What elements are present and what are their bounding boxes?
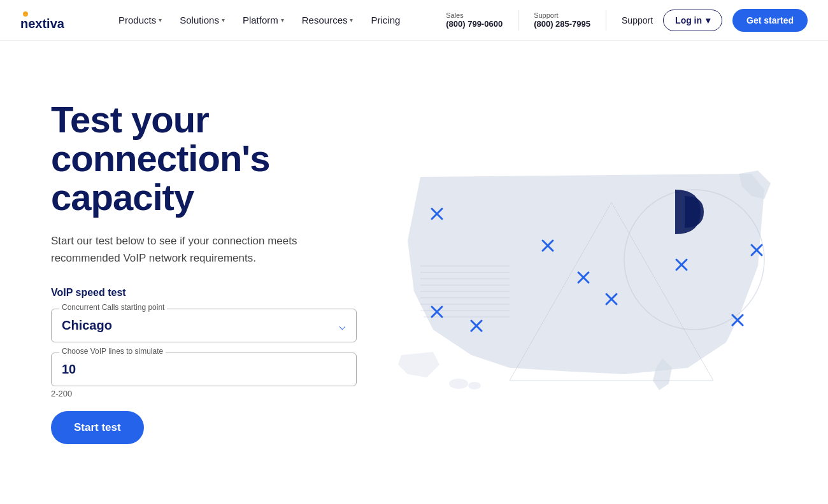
lines-field-wrapper: Choose VoIP lines to simulate (51, 353, 357, 386)
chevron-down-icon: ▾ (706, 15, 710, 25)
hero-subtitle: Start our test below to see if your conn… (51, 232, 325, 267)
divider (606, 10, 606, 31)
left-panel: Test your connection's capacity Start ou… (51, 101, 357, 444)
divider (518, 10, 518, 31)
location-field-wrapper: Concurrent Calls starting point Chicago … (51, 309, 357, 342)
right-panel (382, 113, 777, 431)
nav-item-resources[interactable]: Resources ▾ (294, 10, 361, 31)
nav-right: Sales (800) 799-0600 Support (800) 285-7… (446, 9, 808, 32)
login-button[interactable]: Log in ▾ (663, 10, 722, 31)
svg-point-0 (23, 11, 28, 17)
chevron-down-icon: ▾ (281, 17, 284, 24)
lines-input[interactable] (62, 358, 346, 381)
voip-label: VoIP speed test (51, 287, 357, 298)
hero-title: Test your connection's capacity (51, 101, 357, 217)
chevron-down-icon: ▾ (159, 17, 162, 24)
location-value: Chicago (62, 314, 112, 337)
main-content: Test your connection's capacity Start ou… (0, 41, 828, 504)
svg-text:nextiva: nextiva (20, 17, 65, 31)
navbar: nextiva Products ▾ Solutions ▾ Platform … (0, 0, 828, 41)
nav-item-products[interactable]: Products ▾ (111, 10, 169, 31)
start-test-button[interactable]: Start test (51, 411, 144, 444)
location-form-group: Concurrent Calls starting point Chicago … (51, 309, 357, 342)
nav-item-pricing[interactable]: Pricing (363, 10, 408, 31)
support-link[interactable]: Support (622, 15, 653, 25)
nav-links: Products ▾ Solutions ▾ Platform ▾ Resour… (111, 10, 446, 31)
contact-group: Sales (800) 799-0600 Support (800) 285-7… (446, 10, 653, 31)
usa-map (382, 139, 777, 406)
lines-form-group: Choose VoIP lines to simulate 2-200 (51, 353, 357, 398)
location-dropdown[interactable]: Chicago ⌵ (62, 314, 346, 337)
logo[interactable]: nextiva (20, 10, 90, 31)
chevron-down-icon: ⌵ (339, 319, 346, 333)
support-contact: Support (800) 285-7995 (534, 11, 590, 29)
chevron-down-icon: ▾ (350, 17, 353, 24)
location-field-legend: Concurrent Calls starting point (59, 303, 167, 312)
nav-item-platform[interactable]: Platform ▾ (235, 10, 292, 31)
map-container (382, 139, 777, 406)
svg-point-3 (449, 379, 468, 389)
svg-point-4 (468, 382, 481, 389)
range-hint: 2-200 (51, 389, 357, 398)
nav-item-solutions[interactable]: Solutions ▾ (172, 10, 232, 31)
chevron-down-icon: ▾ (222, 17, 225, 24)
sales-contact: Sales (800) 799-0600 (446, 11, 503, 29)
get-started-button[interactable]: Get started (732, 9, 808, 32)
lines-field-legend: Choose VoIP lines to simulate (59, 347, 166, 356)
